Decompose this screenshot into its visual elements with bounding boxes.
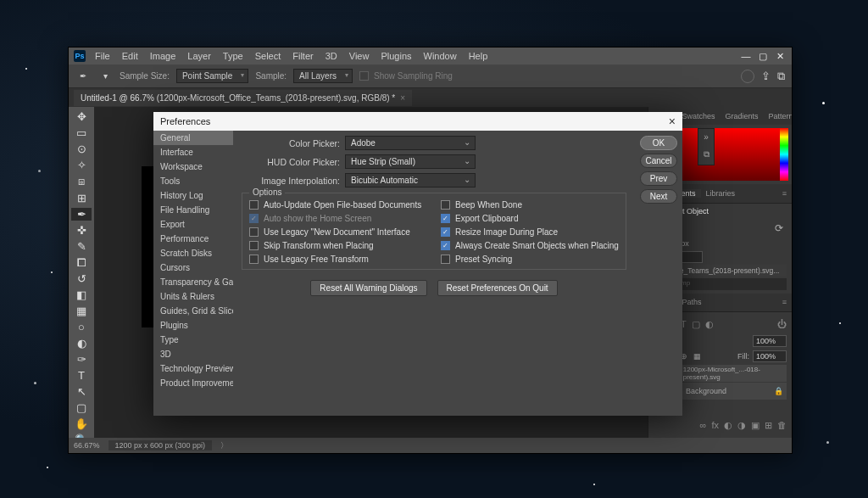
category-3d[interactable]: 3D xyxy=(153,347,233,361)
category-transparency[interactable]: Transparency & Gamut xyxy=(153,275,233,289)
tool-preset-icon[interactable]: ▾ xyxy=(97,69,113,84)
doc-dimensions[interactable]: 1200 px x 600 px (300 ppi) xyxy=(108,440,213,450)
menu-window[interactable]: Window xyxy=(418,51,463,61)
new-layer-icon[interactable]: ⊞ xyxy=(765,420,772,431)
menu-edit[interactable]: Edit xyxy=(116,51,144,61)
lock-icon[interactable]: 🔒 xyxy=(774,387,783,395)
category-tech-previews[interactable]: Technology Previews xyxy=(153,361,233,376)
eraser-tool[interactable]: ◧ xyxy=(71,288,92,301)
fill-input[interactable] xyxy=(753,350,787,362)
panel-menu-icon[interactable]: ≡ xyxy=(777,298,792,306)
zoom-level[interactable]: 66.67% xyxy=(74,441,100,450)
wand-tool[interactable]: ✧ xyxy=(71,159,92,171)
category-general[interactable]: General xyxy=(153,131,233,145)
category-guides-grid[interactable]: Guides, Grid & Slices xyxy=(153,304,233,318)
menu-3d[interactable]: 3D xyxy=(320,51,343,61)
share-icon[interactable]: ⇪ xyxy=(761,70,771,82)
opacity-input[interactable] xyxy=(753,335,787,347)
cancel-button[interactable]: Cancel xyxy=(640,154,677,168)
option-checkbox[interactable]: ✓Export Clipboard xyxy=(441,214,619,223)
window-close[interactable]: ✕ xyxy=(775,51,785,61)
filter-icon[interactable]: ◐ xyxy=(705,319,714,330)
blur-tool[interactable]: ○ xyxy=(71,321,92,333)
frame-tool[interactable]: ⊞ xyxy=(71,192,92,204)
ok-button[interactable]: OK xyxy=(640,136,677,150)
history-icon[interactable]: ⧉ xyxy=(700,149,712,161)
crop-tool[interactable]: ⧆ xyxy=(71,175,92,188)
reset-warnings-button[interactable]: Reset All Warning Dialogs xyxy=(310,280,426,296)
refresh-icon[interactable]: ⟳ xyxy=(775,222,783,234)
adjustment-icon[interactable]: ◑ xyxy=(737,420,746,431)
lasso-tool[interactable]: ⊙ xyxy=(71,143,92,155)
category-type[interactable]: Type xyxy=(153,333,233,347)
collapsed-dock[interactable]: » ⧉ xyxy=(698,128,715,165)
window-minimize[interactable]: — xyxy=(741,51,751,61)
menu-layer[interactable]: Layer xyxy=(181,51,217,61)
swatches-tab[interactable]: Swatches xyxy=(677,112,721,120)
option-checkbox[interactable]: Skip Transform when Placing xyxy=(249,241,427,250)
category-units-rulers[interactable]: Units & Rulers xyxy=(153,289,233,304)
panel-menu-icon[interactable]: ≡ xyxy=(777,189,792,198)
libraries-tab[interactable]: Libraries xyxy=(701,189,741,198)
eyedropper-tool-icon[interactable]: ✒ xyxy=(75,69,91,84)
menu-type[interactable]: Type xyxy=(217,51,249,61)
fx-icon[interactable]: fx xyxy=(711,420,719,431)
trash-icon[interactable]: 🗑 xyxy=(777,420,787,431)
category-interface[interactable]: Interface xyxy=(153,145,233,159)
hand-tool[interactable]: ✋ xyxy=(71,417,92,430)
category-file-handling[interactable]: File Handling xyxy=(153,203,233,217)
option-checkbox[interactable]: ✓Resize Image During Place xyxy=(441,227,619,237)
eyedropper-tool[interactable]: ✒ xyxy=(71,208,92,221)
menu-select[interactable]: Select xyxy=(249,51,287,61)
prev-button[interactable]: Prev xyxy=(640,171,677,186)
move-tool[interactable]: ✥ xyxy=(71,110,92,123)
color-picker-select[interactable]: Adobe xyxy=(345,136,476,150)
category-cursors[interactable]: Cursors xyxy=(153,260,233,275)
category-workspace[interactable]: Workspace xyxy=(153,159,233,174)
path-tool[interactable]: ↖ xyxy=(71,385,92,398)
option-checkbox[interactable]: Beep When Done xyxy=(441,200,619,210)
filter-toggle[interactable]: ⏻ xyxy=(777,319,787,330)
group-icon[interactable]: ▣ xyxy=(751,420,760,431)
category-tools[interactable]: Tools xyxy=(153,174,233,188)
hue-slider[interactable] xyxy=(780,128,788,181)
option-checkbox[interactable]: Preset Syncing xyxy=(441,255,619,264)
window-maximize[interactable]: ▢ xyxy=(758,51,768,61)
link-icon[interactable]: ∞ xyxy=(700,420,707,431)
category-history-log[interactable]: History Log xyxy=(153,188,233,203)
dodge-tool[interactable]: ◐ xyxy=(71,337,92,350)
menu-help[interactable]: Help xyxy=(463,51,494,61)
pen-tool[interactable]: ✑ xyxy=(71,353,92,366)
cloud-icon[interactable] xyxy=(741,70,754,83)
dialog-close-button[interactable]: × xyxy=(669,115,676,128)
history-brush-tool[interactable]: ↺ xyxy=(71,272,92,285)
category-performance[interactable]: Performance xyxy=(153,232,233,246)
category-plugins[interactable]: Plugins xyxy=(153,318,233,333)
next-button[interactable]: Next xyxy=(640,189,677,204)
gradient-tool[interactable]: ▦ xyxy=(71,305,92,317)
mask-icon[interactable]: ◐ xyxy=(724,420,732,431)
shape-tool[interactable]: ▢ xyxy=(71,401,92,414)
search-icon[interactable]: ⧉ xyxy=(777,70,785,83)
patterns-tab[interactable]: Patterns xyxy=(764,112,792,120)
hud-color-picker-select[interactable]: Hue Strip (Small) xyxy=(345,154,476,169)
brush-tool[interactable]: ✎ xyxy=(71,240,92,253)
tab-close-icon[interactable]: × xyxy=(400,93,405,103)
stamp-tool[interactable]: ⧠ xyxy=(71,256,92,269)
sample-size-select[interactable]: Point Sample xyxy=(176,69,248,83)
menu-file[interactable]: File xyxy=(89,51,116,61)
show-ring-checkbox[interactable]: Show Sampling Ring xyxy=(359,71,453,81)
reset-on-quit-button[interactable]: Reset Preferences On Quit xyxy=(437,280,558,296)
heal-tool[interactable]: ✜ xyxy=(71,224,92,237)
status-arrow[interactable]: 〉 xyxy=(220,440,228,451)
category-scratch-disks[interactable]: Scratch Disks xyxy=(153,246,233,260)
filter-icon[interactable]: ▢ xyxy=(692,319,700,330)
image-interpolation-select[interactable]: Bicubic Automatic xyxy=(345,173,476,187)
type-tool[interactable]: T xyxy=(71,369,92,382)
menu-view[interactable]: View xyxy=(343,51,376,61)
option-checkbox[interactable]: Use Legacy "New Document" Interface xyxy=(249,227,427,237)
document-tab[interactable]: Untitled-1 @ 66.7% (1200px-Microsoft_Off… xyxy=(74,90,412,106)
category-product-improvement[interactable]: Product Improvement xyxy=(153,376,233,390)
option-checkbox[interactable]: Use Legacy Free Transform xyxy=(249,255,427,264)
category-export[interactable]: Export xyxy=(153,217,233,232)
